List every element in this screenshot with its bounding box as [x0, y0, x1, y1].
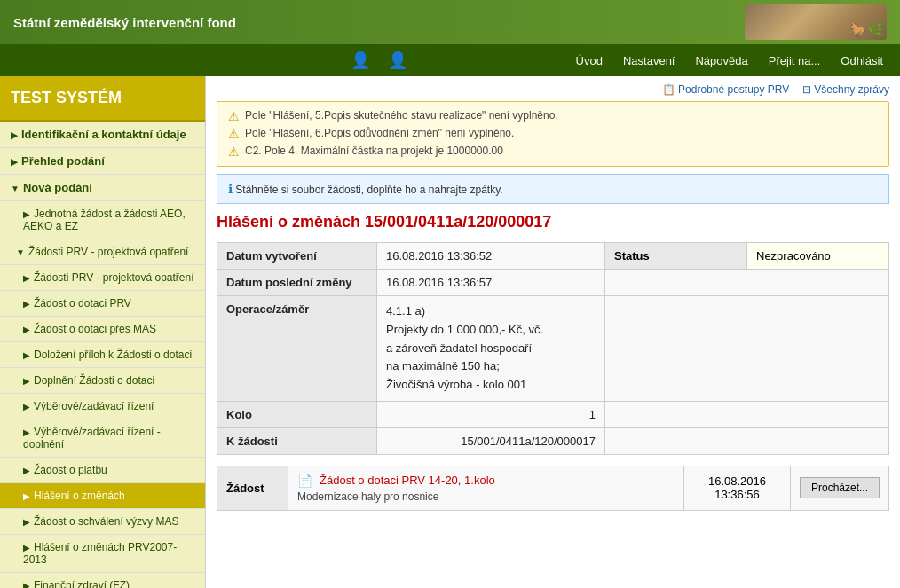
zadost-link[interactable]: Žádost o dotaci PRV 14-20, 1.kolo — [320, 474, 495, 487]
header-top: Státní zemědělský intervenční fond 🐎🌿 — [0, 0, 900, 44]
arrow-icon-14: ▶ — [23, 491, 30, 501]
zadost-row: Žádost 📄 Žádost o dotaci PRV 14-20, 1.ko… — [217, 466, 889, 510]
zadost-date: 16.08.2016 — [693, 474, 781, 488]
sidebar-item-hlaseni[interactable]: ▶Hlášení o změnách — [0, 483, 205, 509]
arrow-icon: ▶ — [11, 130, 18, 140]
sidebar: TEST SYSTÉM ▶Identifikační a kontaktní ú… — [0, 76, 206, 588]
top-links: 📋Podrobné postupy PRV ⊟Všechny zprávy — [217, 83, 889, 96]
arrow-icon-12: ▶ — [23, 427, 30, 437]
sidebar-item-zadost-mas[interactable]: ▶Žádost o dotaci přes MAS — [0, 317, 205, 342]
link-podrobne[interactable]: 📋Podrobné postupy PRV — [662, 83, 789, 96]
nav-prejit[interactable]: Přejit na... — [765, 52, 825, 69]
arrow-icon-16: ▶ — [23, 543, 30, 553]
value-status: Nezpracováno — [747, 243, 889, 270]
arrow-icon-3: ▼ — [11, 184, 20, 193]
label-operace: Operace/záměr — [217, 296, 377, 402]
arrow-icon-4: ▶ — [23, 209, 30, 219]
sidebar-item-zadosti-prv[interactable]: ▼Žádosti PRV - projektová opatření — [0, 239, 205, 265]
sidebar-item-doplneni[interactable]: ▶Doplnění Žádosti o dotaci — [0, 368, 205, 394]
arrow-icon-2: ▶ — [11, 157, 18, 167]
sidebar-item-zadosti-prv2[interactable]: ▶Žádosti PRV - projektová opatření — [0, 265, 205, 291]
zadost-time: 13:36:56 — [693, 488, 781, 501]
label-kolo: Kolo — [217, 401, 377, 427]
arrow-icon-11: ▶ — [23, 402, 30, 412]
warning-3: ⚠ C2. Pole 4. Maximální částka na projek… — [228, 145, 878, 159]
sidebar-item-platba[interactable]: ▶Žádost o platbu — [0, 458, 205, 483]
browse-button[interactable]: Procházet... — [800, 477, 880, 498]
label-status: Status — [605, 243, 747, 270]
value-k-zadosti: 15/001/0411a/120/000017 — [377, 427, 605, 454]
header-nav: 👤 👤 Úvod Nastavení Nápověda Přejit na...… — [0, 44, 900, 76]
nav-odhlasit[interactable]: Odhlásit — [837, 52, 887, 69]
zadost-sub: Modernizace haly pro nosnice — [297, 490, 675, 503]
arrow-icon-5: ▼ — [16, 247, 25, 257]
nav-uvod[interactable]: Úvod — [572, 52, 606, 69]
info-box: ℹ Stáhněte si soubor žádosti, doplňte ho… — [217, 174, 889, 204]
arrow-icon-17: ▶ — [23, 581, 30, 588]
value-datum-vytvoreni: 16.08.2016 13:36:52 — [377, 243, 605, 270]
link-vsechny[interactable]: ⊟Všechny zprávy — [802, 83, 889, 96]
arrow-icon-8: ▶ — [23, 325, 30, 334]
sidebar-item-identifikace[interactable]: ▶Identifikační a kontaktní údaje — [0, 122, 205, 148]
sidebar-item-schvaleni[interactable]: ▶Žádost o schválení výzvy MAS — [0, 509, 205, 535]
nav-links: Úvod Nastavení Nápověda Přejit na... Odh… — [572, 52, 887, 69]
nav-napoveda[interactable]: Nápověda — [691, 52, 751, 69]
table-row-k-zadosti: K žádosti 15/001/0411a/120/000017 — [217, 427, 889, 454]
logo-text: Státní zemědělský intervenční fond — [13, 15, 236, 30]
messages-box: ⚠ Pole "Hlášení, 5.Popis skutečného stav… — [217, 101, 889, 167]
minus-icon: ⊟ — [802, 83, 811, 96]
sidebar-title: TEST SYSTÉM — [0, 76, 205, 122]
arrow-icon-15: ▶ — [23, 517, 30, 527]
value-kolo: 1 — [377, 401, 605, 427]
arrow-icon-7: ▶ — [23, 299, 30, 309]
pdf-icon: 📄 — [297, 474, 312, 488]
zadost-label: Žádost — [217, 466, 288, 510]
warning-2: ⚠ Pole "Hlášení, 6.Popis odůvodnění změn… — [228, 127, 878, 141]
form-title: Hlášení o změnách 15/001/0411a/120/00001… — [217, 213, 889, 231]
label-datum-vytvoreni: Datum vytvoření — [217, 243, 377, 270]
book-icon: 📋 — [662, 83, 675, 96]
zadost-link-row: 📄 Žádost o dotaci PRV 14-20, 1.kolo — [297, 474, 675, 488]
label-k-zadosti: K žádosti — [217, 427, 377, 454]
zadost-date-cell: 16.08.2016 13:36:56 — [683, 466, 790, 510]
label-datum-zmeny: Datum poslední změny — [217, 270, 377, 296]
sidebar-item-zadost-dotaci[interactable]: ▶Žádost o dotaci PRV — [0, 291, 205, 317]
table-row-kolo: Kolo 1 — [217, 401, 889, 427]
zadost-browse-cell: Procházet... — [790, 466, 888, 510]
sidebar-item-vyberove[interactable]: ▶Výběrové/zadávací řízení — [0, 394, 205, 419]
table-row-datum-zmeny: Datum poslední změny 16.08.2016 13:36:57 — [217, 270, 889, 296]
sidebar-item-prehled[interactable]: ▶Přehled podání — [0, 148, 205, 175]
value-datum-zmeny: 16.08.2016 13:36:57 — [377, 270, 605, 296]
main-content: 📋Podrobné postupy PRV ⊟Všechny zprávy ⚠ … — [206, 76, 900, 588]
table-row-operace: Operace/záměr 4.1.1 a) Projekty do 1 000… — [217, 296, 889, 402]
nav-nastaveni[interactable]: Nastavení — [620, 52, 679, 69]
arrow-icon-6: ▶ — [23, 273, 30, 283]
zadost-content: 📄 Žádost o dotaci PRV 14-20, 1.kolo Mode… — [288, 466, 684, 510]
arrow-icon-10: ▶ — [23, 376, 30, 386]
table-row-datum-vytvoreni: Datum vytvoření 16.08.2016 13:36:52 Stat… — [217, 243, 889, 270]
warning-icon-1: ⚠ — [228, 109, 240, 123]
detail-table: Datum vytvoření 16.08.2016 13:36:52 Stat… — [217, 242, 889, 455]
sidebar-item-hlaseni-prv2007[interactable]: ▶Hlášení o změnách PRV2007-2013 — [0, 535, 205, 573]
warning-icon-3: ⚠ — [228, 145, 240, 159]
arrow-icon-9: ▶ — [23, 350, 30, 360]
zadost-table: Žádost 📄 Žádost o dotaci PRV 14-20, 1.ko… — [217, 466, 889, 511]
warning-icon-2: ⚠ — [228, 127, 240, 141]
sidebar-item-jednotna[interactable]: ▶Jednotná žádost a žádosti AEO, AEKO a E… — [0, 201, 205, 239]
nav-icons: 👤 👤 — [13, 51, 407, 70]
sidebar-item-vyberove-doplneni[interactable]: ▶Výběrové/zadávací řízení - doplnění — [0, 419, 205, 458]
arrow-icon-13: ▶ — [23, 466, 30, 475]
sidebar-item-dolozeni[interactable]: ▶Doložení příloh k Žádosti o dotaci — [0, 342, 205, 368]
sidebar-item-nova[interactable]: ▼Nová podání — [0, 175, 205, 201]
layout: TEST SYSTÉM ▶Identifikační a kontaktní ú… — [0, 76, 900, 588]
person-icon-2[interactable]: 👤 — [388, 51, 407, 70]
warning-1: ⚠ Pole "Hlášení, 5.Popis skutečného stav… — [228, 109, 878, 123]
value-operace: 4.1.1 a) Projekty do 1 000 000,- Kč, vč.… — [377, 296, 605, 402]
person-icon-1[interactable]: 👤 — [351, 51, 370, 70]
sidebar-item-financni[interactable]: ▶Finanční zdraví (FZ) — [0, 573, 205, 588]
info-icon: ℹ — [228, 182, 233, 196]
